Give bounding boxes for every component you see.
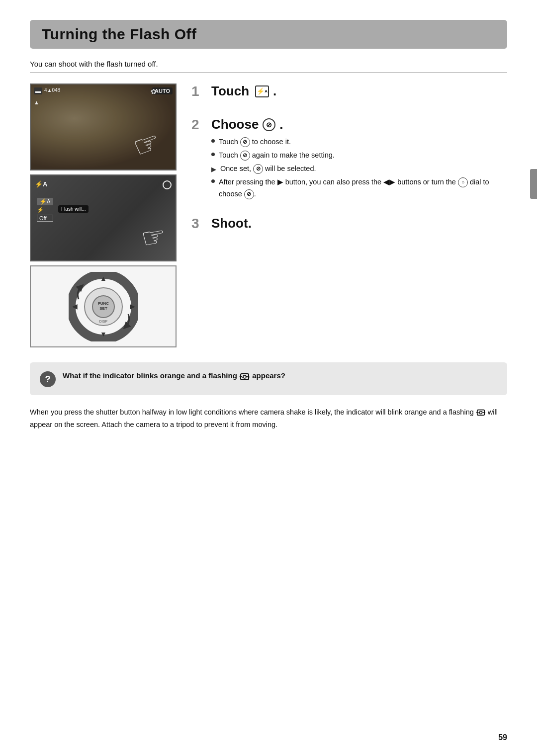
step-1-number: 1 — [191, 84, 207, 98]
control-wheel-svg: FUNC SET ▲ ▼ ◀ ▶ DISP — [69, 272, 138, 341]
camera-image-3: FUNC SET ▲ ▼ ◀ ▶ DISP — [30, 265, 177, 347]
bullet-3-text: Once set, ⊘ will be selected. — [220, 163, 316, 175]
camera-mode-icon: ▲ — [34, 99, 39, 105]
decoration-icon: ✿ — [151, 87, 157, 95]
camera-display-2: ⚡A Flash will... ☞ ⚡A ⚡ Off — [31, 175, 176, 260]
sidebar-tab — [530, 169, 537, 199]
svg-text:▲: ▲ — [100, 274, 107, 282]
images-column: ▬ 4▲048 AUTO ☞ ✿ ▲ ⚡A — [30, 84, 177, 347]
bullet-1: Touch ⊘ to choose it. — [211, 136, 507, 148]
image-count: 4▲048 — [44, 87, 60, 94]
step-2-number: 2 — [191, 118, 207, 132]
step-2-title: Choose ⊘. — [211, 117, 507, 132]
svg-text:◀: ◀ — [72, 302, 77, 310]
info-question-text: What if the indicator blinks orange and … — [63, 371, 239, 380]
svg-text:▼: ▼ — [100, 330, 107, 338]
step-3-number: 3 — [191, 217, 207, 231]
flash-off-label: Flash will... — [58, 205, 89, 213]
camera-display-1: ▬ 4▲048 AUTO ☞ ✿ ▲ — [31, 84, 176, 169]
bullet-2-text: Touch ⊘ again to make the setting. — [219, 150, 335, 162]
flash-icon-inline-3: ⊘ — [253, 164, 263, 174]
flash-icon-inline-4: ⊘ — [244, 189, 254, 199]
bullet-circle-4-icon — [211, 179, 215, 183]
flash-menu-item-2: ⚡ — [37, 207, 53, 213]
flash-menu-item-off: Off — [37, 215, 53, 222]
page-subtitle: You can shoot with the flash turned off. — [30, 60, 507, 68]
step-1-title: Touch ⚡A . — [211, 84, 507, 99]
camera-shake-body-icon — [476, 408, 486, 417]
dial-icon-inline: ○ — [458, 177, 468, 187]
camera-shake-icon — [239, 371, 250, 381]
steps-column: 1 Touch ⚡A . 2 Choose ⊘. — [191, 84, 507, 347]
svg-text:▶: ▶ — [129, 302, 135, 310]
bullet-1-text: Touch ⊘ to choose it. — [219, 136, 291, 148]
step-3: 3 Shoot. — [191, 216, 507, 235]
question-mark-icon: ? — [40, 371, 56, 387]
flash-menu-item-1: ⚡A — [37, 198, 53, 205]
body-paragraph: When you press the shutter button halfwa… — [30, 406, 507, 430]
camera-status-icons: ▬ 4▲048 — [34, 87, 60, 94]
bullet-circle-icon — [211, 139, 215, 143]
info-box: ? What if the indicator blinks orange an… — [30, 362, 507, 395]
step-2: 2 Choose ⊘. Touch ⊘ to choose it. — [191, 117, 507, 202]
step-1-content: Touch ⚡A . — [211, 84, 507, 103]
flash-off-icon-title: ⊘ — [263, 118, 275, 131]
svg-text:FUNC: FUNC — [97, 301, 108, 306]
step-3-content: Shoot. — [211, 216, 507, 235]
flash-icon-inline-1: ⊘ — [240, 137, 250, 147]
camera-image-2: ⚡A Flash will... ☞ ⚡A ⚡ Off — [30, 174, 177, 261]
camera-image-1: ▬ 4▲048 AUTO ☞ ✿ ▲ — [30, 84, 177, 170]
step-3-title: Shoot. — [211, 216, 507, 231]
flash-menu: ⚡A ⚡ Off — [37, 198, 53, 222]
page-title: Turning the Flash Off — [42, 26, 495, 43]
divider — [30, 72, 507, 73]
step-2-body: Touch ⊘ to choose it. Touch ⊘ again to m… — [211, 136, 507, 200]
main-content: ▬ 4▲048 AUTO ☞ ✿ ▲ ⚡A — [30, 84, 507, 347]
bullet-3: ▶ Once set, ⊘ will be selected. — [211, 163, 507, 175]
bullet-2: Touch ⊘ again to make the setting. — [211, 150, 507, 162]
bullet-circle-2-icon — [211, 153, 215, 156]
flash-icon-inline-2: ⊘ — [240, 151, 250, 161]
flash-label-icon: ⚡A — [35, 180, 47, 188]
svg-text:SET: SET — [99, 306, 107, 311]
flash-touch-icon: ⚡A — [255, 85, 269, 97]
page: Turning the Flash Off You can shoot with… — [0, 0, 537, 756]
battery-icon: ▬ — [34, 87, 42, 94]
bullet-4-text: After pressing the ▶ button, you can als… — [219, 176, 507, 200]
info-box-text: What if the indicator blinks orange and … — [63, 370, 285, 382]
info-question-suffix: appears? — [252, 371, 285, 380]
step-2-content: Choose ⊘. Touch ⊘ to choose it. Touch ⊘ … — [211, 117, 507, 202]
bullet-4: After pressing the ▶ button, you can als… — [211, 176, 507, 200]
step-1: 1 Touch ⚡A . — [191, 84, 507, 103]
title-bar: Turning the Flash Off — [30, 20, 507, 49]
bullet-arrow-icon: ▶ — [211, 164, 216, 174]
circle-indicator — [163, 180, 172, 189]
page-number: 59 — [498, 733, 507, 742]
svg-text:DISP: DISP — [99, 320, 107, 323]
